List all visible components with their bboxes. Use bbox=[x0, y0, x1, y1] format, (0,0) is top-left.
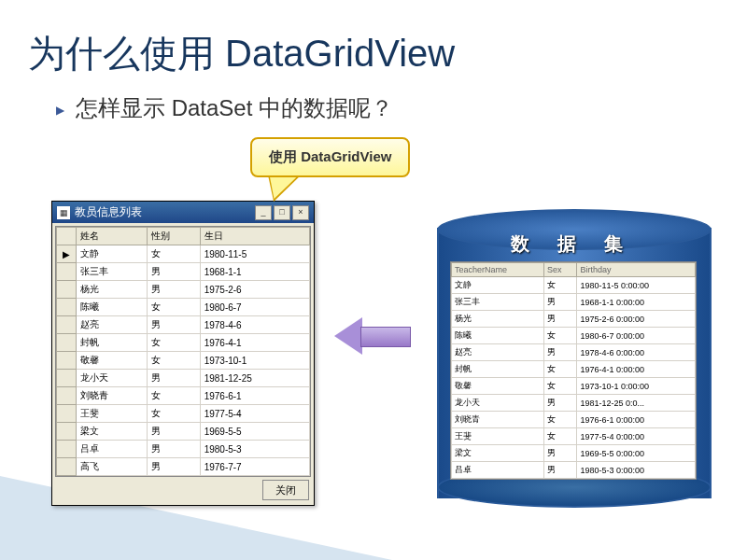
maximize-button[interactable]: □ bbox=[274, 205, 290, 220]
table-row: 吕卓男1980-5-3 0:00:00 bbox=[452, 462, 696, 479]
table-row[interactable]: 敬馨女1973-10-1 bbox=[57, 352, 310, 370]
table-row: 刘晓青女1976-6-1 0:00:00 bbox=[452, 412, 696, 428]
table-row[interactable]: 陈曦女1980-6-7 bbox=[57, 299, 310, 316]
dataset-title: 数 据 集 bbox=[437, 231, 708, 257]
table-row[interactable]: 刘晓青女1976-6-1 bbox=[57, 387, 310, 405]
callout-box: 使用 DataGridView bbox=[250, 137, 410, 177]
table-row: 封帆女1976-4-1 0:00:00 bbox=[452, 361, 696, 378]
table-row[interactable]: 杨光男1975-2-6 bbox=[57, 281, 310, 299]
column-header: Sex bbox=[544, 263, 577, 277]
data-grid-view[interactable]: 姓名性别生日▶文静女1980-11-5张三丰男1968-1-1杨光男1975-2… bbox=[55, 226, 311, 477]
table-row: 陈曦女1980-6-7 0:00:00 bbox=[452, 328, 696, 344]
column-header[interactable]: 姓名 bbox=[77, 228, 148, 245]
arrow-left bbox=[334, 317, 409, 355]
table-row[interactable]: 王斐女1977-5-4 bbox=[57, 405, 310, 423]
table-row: 文静女1980-11-5 0:00:00 bbox=[452, 277, 696, 294]
table-row[interactable]: 梁文男1969-5-5 bbox=[57, 423, 310, 441]
table-row[interactable]: 高飞男1976-7-7 bbox=[57, 458, 310, 476]
slide-title: 为什么使用 DataGridView bbox=[28, 28, 747, 79]
table-row[interactable]: ▶文静女1980-11-5 bbox=[57, 245, 310, 263]
table-row: 王斐女1977-5-4 0:00:00 bbox=[452, 428, 696, 445]
table-row: 张三丰男1968-1-1 0:00:00 bbox=[452, 294, 696, 311]
table-row[interactable]: 吕卓男1980-5-3 bbox=[57, 441, 310, 458]
column-header[interactable]: 性别 bbox=[148, 228, 201, 245]
close-button[interactable]: × bbox=[292, 205, 309, 220]
column-header[interactable]: 生日 bbox=[200, 228, 309, 245]
column-header: Birthday bbox=[577, 263, 696, 277]
close-dialog-button[interactable]: 关闭 bbox=[262, 480, 309, 500]
table-row: 赵亮男1978-4-6 0:00:00 bbox=[452, 344, 696, 361]
minimize-button[interactable]: _ bbox=[255, 205, 272, 220]
table-row[interactable]: 封帆女1976-4-1 bbox=[57, 334, 310, 352]
table-row[interactable]: 赵亮男1978-4-6 bbox=[57, 316, 310, 334]
app-icon: ▦ bbox=[57, 206, 70, 219]
database-cylinder: 数 据 集 TeacherNameSexBirthday文静女1980-11-5… bbox=[437, 209, 708, 508]
table-row: 梁文男1969-5-5 0:00:00 bbox=[452, 445, 696, 462]
table-row[interactable]: 龙小天男1981-12-25 bbox=[57, 370, 310, 387]
app-window: ▦ 教员信息列表 _ □ × 姓名性别生日▶文静女1980-11-5张三丰男19… bbox=[51, 201, 315, 506]
dataset-table: TeacherNameSexBirthday文静女1980-11-5 0:00:… bbox=[450, 261, 697, 480]
window-titlebar: ▦ 教员信息列表 _ □ × bbox=[52, 202, 314, 223]
table-row: 龙小天男1981-12-25 0:0... bbox=[452, 395, 696, 412]
column-header: TeacherName bbox=[452, 263, 544, 277]
table-row: 杨光男1975-2-6 0:00:00 bbox=[452, 311, 696, 328]
window-title: 教员信息列表 bbox=[75, 204, 142, 220]
bullet-text: 怎样显示 DataSet 中的数据呢？ bbox=[56, 93, 747, 123]
table-row[interactable]: 张三丰男1968-1-1 bbox=[57, 263, 310, 281]
table-row: 敬馨女1973-10-1 0:00:00 bbox=[452, 378, 696, 395]
